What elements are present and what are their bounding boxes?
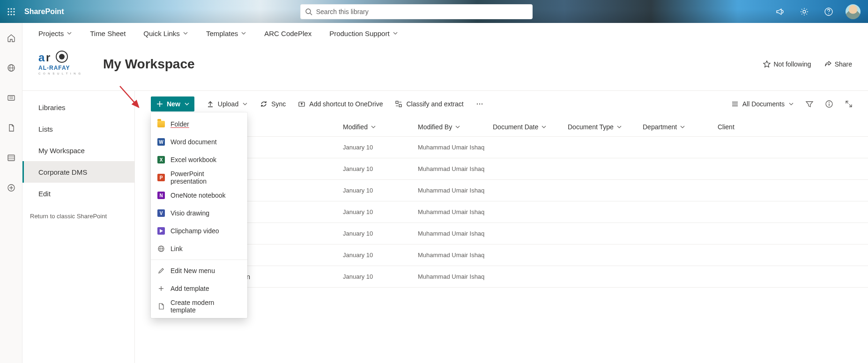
- clipchamp-icon: [157, 227, 165, 235]
- upload-icon: [207, 100, 214, 108]
- col-dept[interactable]: Department: [643, 123, 718, 131]
- col-modified[interactable]: Modified: [343, 123, 418, 131]
- suite-bar: SharePoint: [0, 0, 868, 23]
- svg-point-0: [7, 8, 9, 9]
- search-icon: [305, 8, 312, 15]
- row-modifiedby: Muhammad Umair Ishaq: [418, 144, 493, 151]
- leftnav-edit[interactable]: Edit: [22, 183, 134, 204]
- svg-rect-36: [399, 104, 401, 107]
- row-modified: January 10: [343, 273, 418, 280]
- settings-button[interactable]: [793, 0, 816, 23]
- leftnav-lists[interactable]: Lists: [22, 118, 134, 140]
- hubnav-projects[interactable]: Projects: [38, 30, 72, 37]
- chevron-down-icon: [67, 30, 72, 36]
- help-button[interactable]: [817, 0, 840, 23]
- menu-add-template[interactable]: Add template: [151, 280, 247, 297]
- list-view-icon: [731, 100, 739, 108]
- table-row[interactable]: s TemplatesJanuary 10Muhammad Umair Isha…: [151, 180, 868, 201]
- info-button[interactable]: [825, 100, 833, 108]
- app-launcher-button[interactable]: [0, 0, 22, 23]
- powerpoint-icon: P: [157, 174, 165, 181]
- rail-lists[interactable]: [0, 148, 22, 167]
- menu-excel[interactable]: X Excel workbook: [151, 151, 247, 169]
- return-classic-link[interactable]: Return to classic SharePoint: [22, 204, 134, 220]
- sync-button[interactable]: Sync: [260, 100, 286, 108]
- menu-visio[interactable]: V Visio drawing: [151, 204, 247, 222]
- svg-point-39: [481, 104, 482, 104]
- menu-label: Add template: [171, 285, 209, 292]
- chevron-down-icon: [241, 30, 246, 36]
- hubnav-quicklinks[interactable]: Quick Links: [143, 30, 188, 37]
- rail-globe[interactable]: [0, 59, 22, 77]
- col-label: Modified By: [418, 123, 452, 131]
- upload-button[interactable]: Upload: [207, 100, 248, 108]
- leftnav-corporate-dms[interactable]: Corporate DMS: [22, 161, 134, 183]
- suite-brand[interactable]: SharePoint: [24, 7, 64, 16]
- col-modifiedby[interactable]: Modified By: [418, 123, 493, 131]
- expand-button[interactable]: [845, 100, 853, 108]
- megaphone-button[interactable]: [769, 0, 791, 23]
- menu-label: Edit New menu: [171, 267, 215, 274]
- rail-files[interactable]: [0, 119, 22, 137]
- add-shortcut-button[interactable]: Add shortcut to OneDrive: [298, 100, 383, 108]
- svg-text:X: X: [160, 157, 163, 163]
- new-button[interactable]: New: [151, 96, 194, 111]
- svg-point-37: [476, 104, 477, 104]
- table-row[interactable]: January 10Muhammad Umair Ishaq: [151, 137, 868, 158]
- table-row[interactable]: Office AdministrationJanuary 10Muhammad …: [151, 266, 868, 288]
- menu-create-template[interactable]: Create modern template: [151, 297, 247, 315]
- row-modified: January 10: [343, 252, 418, 259]
- menu-link[interactable]: Link: [151, 240, 247, 258]
- site-logo[interactable]: a r AL-RAFAY C O N S U L T I N G: [38, 47, 86, 81]
- link-icon: [157, 245, 165, 252]
- col-client[interactable]: Client: [718, 123, 793, 131]
- rail-news[interactable]: [0, 89, 22, 107]
- more-button[interactable]: [476, 100, 483, 108]
- menu-powerpoint[interactable]: P PowerPoint presentation: [151, 169, 247, 186]
- menu-folder[interactable]: Folder: [151, 115, 247, 133]
- filter-button[interactable]: [805, 100, 814, 108]
- svg-text:AL-RAFAY: AL-RAFAY: [38, 65, 70, 71]
- upload-label: Upload: [218, 100, 238, 108]
- table-header: Modified Modified By Document Date Docum…: [151, 117, 868, 137]
- row-modifiedby: Muhammad Umair Ishaq: [418, 187, 493, 194]
- col-docdate[interactable]: Document Date: [493, 123, 568, 131]
- view-switcher[interactable]: All Documents: [731, 100, 794, 108]
- hubnav-templates[interactable]: Templates: [206, 30, 246, 37]
- onedrive-shortcut-icon: [298, 100, 305, 108]
- menu-word[interactable]: W Word document: [151, 133, 247, 151]
- hubnav-timesheet[interactable]: Time Sheet: [90, 30, 126, 37]
- table-row[interactable]: eJanuary 10Muhammad Umair Ishaq: [151, 223, 868, 244]
- menu-onenote[interactable]: N OneNote notebook: [151, 186, 247, 204]
- leftnav-myworkspace[interactable]: My Workspace: [22, 140, 134, 161]
- hubnav-prodsupport[interactable]: Production Support: [329, 30, 398, 37]
- shortcut-label: Add shortcut to OneDrive: [309, 100, 383, 108]
- rail-home[interactable]: [0, 29, 22, 47]
- classify-button[interactable]: Classify and extract: [395, 100, 463, 108]
- table-row[interactable]: esJanuary 10Muhammad Umair Ishaq: [151, 201, 868, 223]
- share-button[interactable]: Share: [824, 60, 852, 68]
- table-row[interactable]: January 10Muhammad Umair Ishaq: [151, 158, 868, 180]
- svg-point-13: [828, 13, 829, 14]
- menu-edit-new[interactable]: Edit New menu: [151, 262, 247, 280]
- user-avatar[interactable]: [846, 4, 861, 19]
- rail-create[interactable]: [0, 178, 22, 197]
- search-input[interactable]: [316, 8, 528, 15]
- plus-icon: [156, 101, 163, 107]
- menu-label: Excel workbook: [171, 156, 216, 163]
- document-table: Modified Modified By Document Date Docum…: [151, 117, 868, 288]
- list-icon: [7, 153, 16, 163]
- page-icon: [7, 123, 16, 133]
- leftnav-libraries[interactable]: Libraries: [22, 96, 134, 118]
- hubnav-codeplex[interactable]: ARC CodePlex: [264, 30, 312, 37]
- menu-clipchamp[interactable]: Clipchamp video: [151, 222, 247, 240]
- menu-label: Word document: [171, 138, 217, 146]
- hubnav-label: Production Support: [329, 30, 389, 37]
- search-box[interactable]: [300, 4, 533, 19]
- col-doctype[interactable]: Document Type: [568, 123, 643, 131]
- table-row[interactable]: January 10Muhammad Umair Ishaq: [151, 244, 868, 266]
- folder-icon: [157, 121, 165, 127]
- site-header: a r AL-RAFAY C O N S U L T I N G My Work…: [22, 44, 868, 90]
- follow-toggle[interactable]: Not following: [763, 60, 811, 68]
- template-icon: [157, 303, 165, 310]
